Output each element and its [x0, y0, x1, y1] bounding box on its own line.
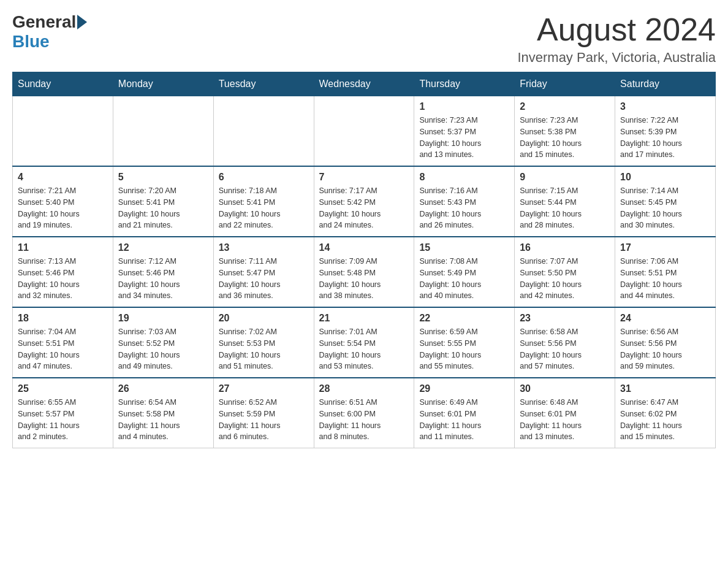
day-number: 16 [520, 242, 610, 253]
day-info: Sunrise: 6:48 AM Sunset: 6:01 PM Dayligh… [520, 397, 610, 443]
day-info: Sunrise: 7:08 AM Sunset: 5:49 PM Dayligh… [419, 256, 509, 302]
day-info: Sunrise: 6:49 AM Sunset: 6:01 PM Dayligh… [419, 397, 509, 443]
calendar-cell: 24Sunrise: 6:56 AM Sunset: 5:56 PM Dayli… [615, 307, 716, 378]
calendar-header-wednesday: Wednesday [314, 72, 414, 96]
calendar-cell: 5Sunrise: 7:20 AM Sunset: 5:41 PM Daylig… [113, 166, 213, 237]
calendar-header-sunday: Sunday [13, 72, 113, 96]
day-info: Sunrise: 7:06 AM Sunset: 5:51 PM Dayligh… [620, 256, 710, 302]
calendar-cell: 3Sunrise: 7:22 AM Sunset: 5:39 PM Daylig… [615, 96, 716, 167]
day-info: Sunrise: 7:21 AM Sunset: 5:40 PM Dayligh… [18, 185, 108, 231]
calendar-cell: 29Sunrise: 6:49 AM Sunset: 6:01 PM Dayli… [414, 378, 515, 448]
calendar-week-row-3: 11Sunrise: 7:13 AM Sunset: 5:46 PM Dayli… [13, 237, 716, 307]
day-number: 22 [419, 313, 509, 324]
day-number: 3 [620, 101, 710, 112]
calendar-cell: 25Sunrise: 6:55 AM Sunset: 5:57 PM Dayli… [13, 378, 113, 448]
calendar-cell: 15Sunrise: 7:08 AM Sunset: 5:49 PM Dayli… [414, 237, 515, 307]
calendar-header-friday: Friday [515, 72, 615, 96]
day-info: Sunrise: 7:02 AM Sunset: 5:53 PM Dayligh… [219, 326, 309, 372]
day-info: Sunrise: 7:07 AM Sunset: 5:50 PM Dayligh… [520, 256, 610, 302]
day-number: 5 [118, 172, 208, 183]
calendar-cell: 6Sunrise: 7:18 AM Sunset: 5:41 PM Daylig… [213, 166, 314, 237]
logo: General Blue [12, 12, 88, 52]
day-number: 30 [520, 383, 610, 394]
day-info: Sunrise: 6:47 AM Sunset: 6:02 PM Dayligh… [620, 397, 710, 443]
day-info: Sunrise: 6:52 AM Sunset: 5:59 PM Dayligh… [219, 397, 309, 443]
calendar-cell: 12Sunrise: 7:12 AM Sunset: 5:46 PM Dayli… [113, 237, 213, 307]
logo-general-text: General [12, 12, 76, 32]
calendar-header-row: SundayMondayTuesdayWednesdayThursdayFrid… [13, 72, 716, 96]
day-number: 23 [520, 313, 610, 324]
calendar-cell: 26Sunrise: 6:54 AM Sunset: 5:58 PM Dayli… [113, 378, 213, 448]
calendar-week-row-1: 1Sunrise: 7:23 AM Sunset: 5:37 PM Daylig… [13, 96, 716, 167]
day-info: Sunrise: 7:01 AM Sunset: 5:54 PM Dayligh… [319, 326, 409, 372]
calendar-cell [13, 96, 113, 167]
calendar-cell [314, 96, 414, 167]
calendar-table: SundayMondayTuesdayWednesdayThursdayFrid… [12, 72, 716, 448]
day-number: 11 [18, 242, 108, 253]
calendar-cell: 16Sunrise: 7:07 AM Sunset: 5:50 PM Dayli… [515, 237, 615, 307]
page-header: General Blue August 2024 Invermay Park, … [12, 12, 716, 66]
calendar-cell: 28Sunrise: 6:51 AM Sunset: 6:00 PM Dayli… [314, 378, 414, 448]
calendar-cell: 14Sunrise: 7:09 AM Sunset: 5:48 PM Dayli… [314, 237, 414, 307]
calendar-cell: 1Sunrise: 7:23 AM Sunset: 5:37 PM Daylig… [414, 96, 515, 167]
day-number: 26 [118, 383, 208, 394]
day-info: Sunrise: 7:12 AM Sunset: 5:46 PM Dayligh… [118, 256, 208, 302]
logo-blue-text: Blue [12, 32, 50, 51]
calendar-cell: 22Sunrise: 6:59 AM Sunset: 5:55 PM Dayli… [414, 307, 515, 378]
day-info: Sunrise: 7:14 AM Sunset: 5:45 PM Dayligh… [620, 185, 710, 231]
calendar-cell: 20Sunrise: 7:02 AM Sunset: 5:53 PM Dayli… [213, 307, 314, 378]
day-number: 18 [18, 313, 108, 324]
day-number: 10 [620, 172, 710, 183]
day-number: 4 [18, 172, 108, 183]
day-number: 1 [419, 101, 509, 112]
day-number: 2 [520, 101, 610, 112]
day-number: 6 [219, 172, 309, 183]
calendar-cell: 10Sunrise: 7:14 AM Sunset: 5:45 PM Dayli… [615, 166, 716, 237]
calendar-cell: 31Sunrise: 6:47 AM Sunset: 6:02 PM Dayli… [615, 378, 716, 448]
day-number: 20 [219, 313, 309, 324]
day-info: Sunrise: 6:55 AM Sunset: 5:57 PM Dayligh… [18, 397, 108, 443]
day-info: Sunrise: 6:56 AM Sunset: 5:56 PM Dayligh… [620, 326, 710, 372]
calendar-cell: 11Sunrise: 7:13 AM Sunset: 5:46 PM Dayli… [13, 237, 113, 307]
calendar-week-row-5: 25Sunrise: 6:55 AM Sunset: 5:57 PM Dayli… [13, 378, 716, 448]
logo-arrow-icon [77, 15, 87, 29]
calendar-cell: 21Sunrise: 7:01 AM Sunset: 5:54 PM Dayli… [314, 307, 414, 378]
title-section: August 2024 Invermay Park, Victoria, Aus… [517, 12, 716, 66]
calendar-cell [113, 96, 213, 167]
day-number: 29 [419, 383, 509, 394]
location-subtitle: Invermay Park, Victoria, Australia [517, 50, 716, 66]
day-number: 12 [118, 242, 208, 253]
calendar-cell: 13Sunrise: 7:11 AM Sunset: 5:47 PM Dayli… [213, 237, 314, 307]
day-info: Sunrise: 7:18 AM Sunset: 5:41 PM Dayligh… [219, 185, 309, 231]
day-number: 14 [319, 242, 409, 253]
calendar-cell: 17Sunrise: 7:06 AM Sunset: 5:51 PM Dayli… [615, 237, 716, 307]
day-info: Sunrise: 6:54 AM Sunset: 5:58 PM Dayligh… [118, 397, 208, 443]
day-number: 21 [319, 313, 409, 324]
calendar-header-tuesday: Tuesday [213, 72, 314, 96]
day-info: Sunrise: 7:23 AM Sunset: 5:37 PM Dayligh… [419, 115, 509, 161]
day-info: Sunrise: 7:11 AM Sunset: 5:47 PM Dayligh… [219, 256, 309, 302]
day-number: 15 [419, 242, 509, 253]
calendar-cell: 18Sunrise: 7:04 AM Sunset: 5:51 PM Dayli… [13, 307, 113, 378]
calendar-header-saturday: Saturday [615, 72, 716, 96]
calendar-cell [213, 96, 314, 167]
day-number: 8 [419, 172, 509, 183]
day-info: Sunrise: 7:20 AM Sunset: 5:41 PM Dayligh… [118, 185, 208, 231]
calendar-header-thursday: Thursday [414, 72, 515, 96]
calendar-header-monday: Monday [113, 72, 213, 96]
day-number: 13 [219, 242, 309, 253]
day-info: Sunrise: 7:23 AM Sunset: 5:38 PM Dayligh… [520, 115, 610, 161]
calendar-week-row-4: 18Sunrise: 7:04 AM Sunset: 5:51 PM Dayli… [13, 307, 716, 378]
day-number: 28 [319, 383, 409, 394]
day-info: Sunrise: 7:16 AM Sunset: 5:43 PM Dayligh… [419, 185, 509, 231]
calendar-cell: 23Sunrise: 6:58 AM Sunset: 5:56 PM Dayli… [515, 307, 615, 378]
month-title: August 2024 [517, 12, 716, 47]
day-info: Sunrise: 7:15 AM Sunset: 5:44 PM Dayligh… [520, 185, 610, 231]
day-number: 27 [219, 383, 309, 394]
day-number: 31 [620, 383, 710, 394]
day-info: Sunrise: 7:04 AM Sunset: 5:51 PM Dayligh… [18, 326, 108, 372]
day-info: Sunrise: 6:51 AM Sunset: 6:00 PM Dayligh… [319, 397, 409, 443]
calendar-cell: 19Sunrise: 7:03 AM Sunset: 5:52 PM Dayli… [113, 307, 213, 378]
calendar-cell: 4Sunrise: 7:21 AM Sunset: 5:40 PM Daylig… [13, 166, 113, 237]
calendar-cell: 27Sunrise: 6:52 AM Sunset: 5:59 PM Dayli… [213, 378, 314, 448]
